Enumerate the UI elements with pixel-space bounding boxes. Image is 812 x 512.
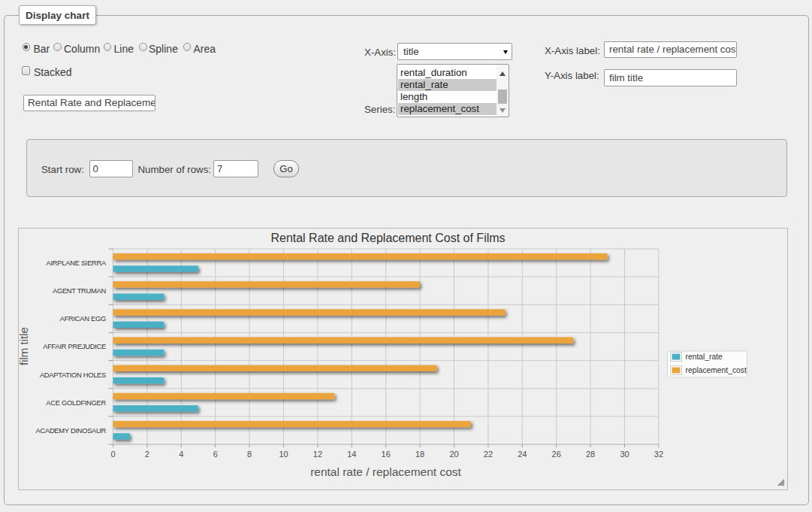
svg-text:28: 28 bbox=[586, 450, 595, 459]
svg-text:26: 26 bbox=[552, 450, 561, 459]
svg-text:replacement_cost: replacement_cost bbox=[686, 366, 747, 374]
svg-text:4: 4 bbox=[179, 450, 183, 459]
svg-text:14: 14 bbox=[347, 450, 356, 459]
svg-text:AFRICAN EGG: AFRICAN EGG bbox=[60, 314, 106, 323]
svg-text:film title: film title bbox=[18, 327, 30, 365]
svg-text:24: 24 bbox=[518, 450, 527, 459]
svg-text:8: 8 bbox=[247, 450, 252, 459]
svg-text:AFFAIR PREJUDICE: AFFAIR PREJUDICE bbox=[43, 342, 106, 350]
svg-text:18: 18 bbox=[415, 450, 424, 459]
svg-text:ACADEMY DINOSAUR: ACADEMY DINOSAUR bbox=[36, 426, 107, 435]
svg-text:30: 30 bbox=[620, 450, 629, 459]
svg-text:AIRPLANE SIERRA: AIRPLANE SIERRA bbox=[47, 259, 107, 267]
svg-text:Rental Rate and Replacement Co: Rental Rate and Replacement Cost of Film… bbox=[270, 232, 505, 244]
svg-text:10: 10 bbox=[279, 450, 288, 459]
svg-text:12: 12 bbox=[313, 450, 322, 459]
svg-text:2: 2 bbox=[145, 450, 149, 459]
svg-text:32: 32 bbox=[654, 450, 663, 459]
svg-text:20: 20 bbox=[449, 450, 458, 459]
svg-text:ADAPTATION HOLES: ADAPTATION HOLES bbox=[40, 371, 106, 379]
svg-text:rental rate / replacement cost: rental rate / replacement cost bbox=[310, 465, 461, 478]
svg-text:16: 16 bbox=[382, 450, 391, 459]
svg-text:6: 6 bbox=[213, 450, 218, 459]
svg-text:0: 0 bbox=[110, 450, 115, 459]
svg-text:AGENT TRUMAN: AGENT TRUMAN bbox=[53, 286, 106, 295]
svg-text:rental_rate: rental_rate bbox=[686, 353, 723, 361]
svg-text:22: 22 bbox=[484, 450, 493, 459]
svg-text:ACE GOLDFINGER: ACE GOLDFINGER bbox=[46, 398, 106, 407]
